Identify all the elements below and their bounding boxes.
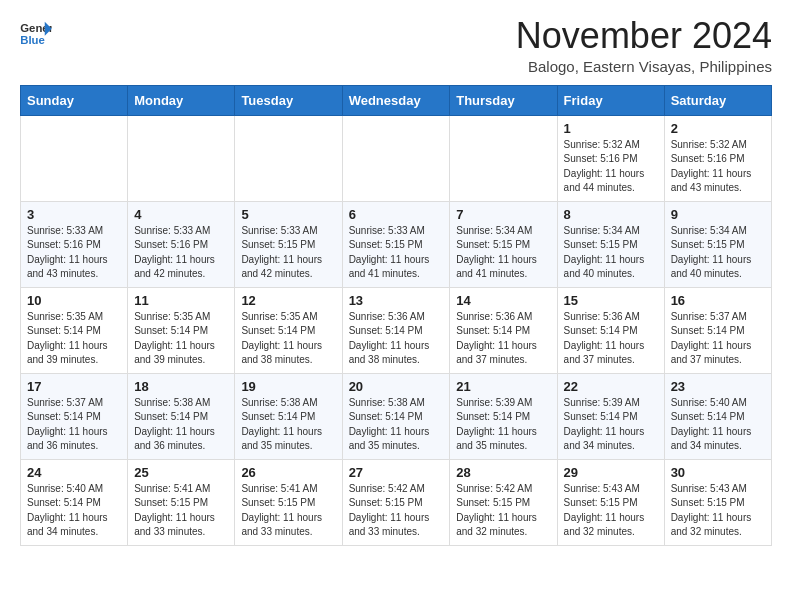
calendar-cell <box>450 115 557 201</box>
day-info: Sunrise: 5:39 AMSunset: 5:14 PMDaylight:… <box>456 396 550 454</box>
day-info: Sunrise: 5:38 AMSunset: 5:14 PMDaylight:… <box>349 396 444 454</box>
calendar-cell: 11Sunrise: 5:35 AMSunset: 5:14 PMDayligh… <box>128 287 235 373</box>
day-info: Sunrise: 5:33 AMSunset: 5:16 PMDaylight:… <box>27 224 121 282</box>
day-number: 4 <box>134 207 228 222</box>
calendar-cell: 1Sunrise: 5:32 AMSunset: 5:16 PMDaylight… <box>557 115 664 201</box>
calendar-cell: 12Sunrise: 5:35 AMSunset: 5:14 PMDayligh… <box>235 287 342 373</box>
day-number: 10 <box>27 293 121 308</box>
day-number: 30 <box>671 465 765 480</box>
calendar-cell: 4Sunrise: 5:33 AMSunset: 5:16 PMDaylight… <box>128 201 235 287</box>
svg-text:Blue: Blue <box>20 34 45 46</box>
day-number: 15 <box>564 293 658 308</box>
weekday-header-thursday: Thursday <box>450 85 557 115</box>
day-number: 20 <box>349 379 444 394</box>
day-number: 1 <box>564 121 658 136</box>
day-info: Sunrise: 5:34 AMSunset: 5:15 PMDaylight:… <box>456 224 550 282</box>
day-info: Sunrise: 5:33 AMSunset: 5:16 PMDaylight:… <box>134 224 228 282</box>
calendar-cell: 9Sunrise: 5:34 AMSunset: 5:15 PMDaylight… <box>664 201 771 287</box>
calendar-cell: 6Sunrise: 5:33 AMSunset: 5:15 PMDaylight… <box>342 201 450 287</box>
calendar-cell: 17Sunrise: 5:37 AMSunset: 5:14 PMDayligh… <box>21 373 128 459</box>
calendar-cell: 18Sunrise: 5:38 AMSunset: 5:14 PMDayligh… <box>128 373 235 459</box>
day-info: Sunrise: 5:35 AMSunset: 5:14 PMDaylight:… <box>27 310 121 368</box>
day-info: Sunrise: 5:41 AMSunset: 5:15 PMDaylight:… <box>241 482 335 540</box>
calendar-cell: 14Sunrise: 5:36 AMSunset: 5:14 PMDayligh… <box>450 287 557 373</box>
title-block: November 2024 Balogo, Eastern Visayas, P… <box>516 16 772 75</box>
day-number: 18 <box>134 379 228 394</box>
calendar-cell: 26Sunrise: 5:41 AMSunset: 5:15 PMDayligh… <box>235 459 342 545</box>
week-row-3: 10Sunrise: 5:35 AMSunset: 5:14 PMDayligh… <box>21 287 772 373</box>
day-number: 28 <box>456 465 550 480</box>
calendar-cell: 10Sunrise: 5:35 AMSunset: 5:14 PMDayligh… <box>21 287 128 373</box>
month-title: November 2024 <box>516 16 772 56</box>
day-info: Sunrise: 5:35 AMSunset: 5:14 PMDaylight:… <box>241 310 335 368</box>
weekday-header-friday: Friday <box>557 85 664 115</box>
day-number: 11 <box>134 293 228 308</box>
logo-icon: General Blue <box>20 20 52 48</box>
calendar-cell: 8Sunrise: 5:34 AMSunset: 5:15 PMDaylight… <box>557 201 664 287</box>
day-number: 27 <box>349 465 444 480</box>
weekday-header-sunday: Sunday <box>21 85 128 115</box>
day-number: 24 <box>27 465 121 480</box>
weekday-header-row: SundayMondayTuesdayWednesdayThursdayFrid… <box>21 85 772 115</box>
day-info: Sunrise: 5:37 AMSunset: 5:14 PMDaylight:… <box>671 310 765 368</box>
day-info: Sunrise: 5:34 AMSunset: 5:15 PMDaylight:… <box>671 224 765 282</box>
calendar-cell: 3Sunrise: 5:33 AMSunset: 5:16 PMDaylight… <box>21 201 128 287</box>
day-number: 22 <box>564 379 658 394</box>
calendar-cell <box>128 115 235 201</box>
day-info: Sunrise: 5:36 AMSunset: 5:14 PMDaylight:… <box>456 310 550 368</box>
day-number: 5 <box>241 207 335 222</box>
calendar-cell: 5Sunrise: 5:33 AMSunset: 5:15 PMDaylight… <box>235 201 342 287</box>
day-number: 21 <box>456 379 550 394</box>
day-info: Sunrise: 5:42 AMSunset: 5:15 PMDaylight:… <box>456 482 550 540</box>
day-number: 3 <box>27 207 121 222</box>
calendar-cell: 13Sunrise: 5:36 AMSunset: 5:14 PMDayligh… <box>342 287 450 373</box>
day-number: 12 <box>241 293 335 308</box>
calendar-cell: 27Sunrise: 5:42 AMSunset: 5:15 PMDayligh… <box>342 459 450 545</box>
calendar-cell: 30Sunrise: 5:43 AMSunset: 5:15 PMDayligh… <box>664 459 771 545</box>
day-info: Sunrise: 5:42 AMSunset: 5:15 PMDaylight:… <box>349 482 444 540</box>
week-row-2: 3Sunrise: 5:33 AMSunset: 5:16 PMDaylight… <box>21 201 772 287</box>
day-number: 26 <box>241 465 335 480</box>
calendar-cell: 29Sunrise: 5:43 AMSunset: 5:15 PMDayligh… <box>557 459 664 545</box>
day-info: Sunrise: 5:37 AMSunset: 5:14 PMDaylight:… <box>27 396 121 454</box>
day-number: 8 <box>564 207 658 222</box>
calendar-cell <box>235 115 342 201</box>
day-info: Sunrise: 5:40 AMSunset: 5:14 PMDaylight:… <box>671 396 765 454</box>
day-number: 7 <box>456 207 550 222</box>
day-info: Sunrise: 5:41 AMSunset: 5:15 PMDaylight:… <box>134 482 228 540</box>
day-number: 9 <box>671 207 765 222</box>
day-number: 23 <box>671 379 765 394</box>
day-info: Sunrise: 5:40 AMSunset: 5:14 PMDaylight:… <box>27 482 121 540</box>
day-info: Sunrise: 5:33 AMSunset: 5:15 PMDaylight:… <box>349 224 444 282</box>
calendar-cell: 25Sunrise: 5:41 AMSunset: 5:15 PMDayligh… <box>128 459 235 545</box>
logo: General Blue <box>20 20 52 48</box>
calendar-cell <box>21 115 128 201</box>
day-number: 16 <box>671 293 765 308</box>
calendar-table: SundayMondayTuesdayWednesdayThursdayFrid… <box>20 85 772 546</box>
day-info: Sunrise: 5:32 AMSunset: 5:16 PMDaylight:… <box>671 138 765 196</box>
calendar-cell: 21Sunrise: 5:39 AMSunset: 5:14 PMDayligh… <box>450 373 557 459</box>
calendar-cell: 24Sunrise: 5:40 AMSunset: 5:14 PMDayligh… <box>21 459 128 545</box>
calendar-cell: 22Sunrise: 5:39 AMSunset: 5:14 PMDayligh… <box>557 373 664 459</box>
calendar-cell: 20Sunrise: 5:38 AMSunset: 5:14 PMDayligh… <box>342 373 450 459</box>
week-row-4: 17Sunrise: 5:37 AMSunset: 5:14 PMDayligh… <box>21 373 772 459</box>
page-header: General Blue November 2024 Balogo, Easte… <box>20 16 772 75</box>
calendar-cell: 16Sunrise: 5:37 AMSunset: 5:14 PMDayligh… <box>664 287 771 373</box>
day-number: 19 <box>241 379 335 394</box>
day-number: 14 <box>456 293 550 308</box>
calendar-cell: 23Sunrise: 5:40 AMSunset: 5:14 PMDayligh… <box>664 373 771 459</box>
day-number: 25 <box>134 465 228 480</box>
calendar-cell <box>342 115 450 201</box>
weekday-header-tuesday: Tuesday <box>235 85 342 115</box>
day-info: Sunrise: 5:33 AMSunset: 5:15 PMDaylight:… <box>241 224 335 282</box>
day-info: Sunrise: 5:43 AMSunset: 5:15 PMDaylight:… <box>671 482 765 540</box>
day-number: 17 <box>27 379 121 394</box>
week-row-1: 1Sunrise: 5:32 AMSunset: 5:16 PMDaylight… <box>21 115 772 201</box>
calendar-cell: 19Sunrise: 5:38 AMSunset: 5:14 PMDayligh… <box>235 373 342 459</box>
weekday-header-wednesday: Wednesday <box>342 85 450 115</box>
day-info: Sunrise: 5:38 AMSunset: 5:14 PMDaylight:… <box>241 396 335 454</box>
week-row-5: 24Sunrise: 5:40 AMSunset: 5:14 PMDayligh… <box>21 459 772 545</box>
calendar-cell: 2Sunrise: 5:32 AMSunset: 5:16 PMDaylight… <box>664 115 771 201</box>
weekday-header-monday: Monday <box>128 85 235 115</box>
day-info: Sunrise: 5:39 AMSunset: 5:14 PMDaylight:… <box>564 396 658 454</box>
